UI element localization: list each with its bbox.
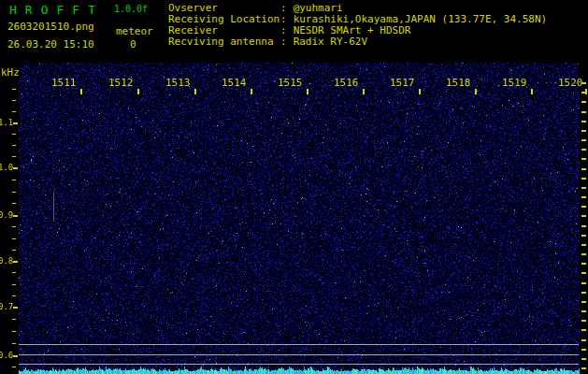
spectrogram-canvas	[19, 63, 580, 374]
time-minute-tick	[251, 89, 252, 94]
freq-minor-tick	[12, 238, 16, 239]
time-minute-tick	[80, 89, 82, 94]
right-freq-tick	[581, 149, 586, 151]
right-freq-tick	[581, 158, 586, 160]
freq-tick-label: 1.1	[0, 118, 13, 127]
time-tick-label: 1512	[108, 77, 134, 89]
right-freq-tick	[581, 301, 586, 303]
freq-minor-tick	[12, 250, 16, 251]
right-freq-tick	[581, 178, 586, 180]
freq-minor-tick	[12, 272, 16, 273]
right-freq-tick	[581, 111, 586, 113]
right-freq-tick	[581, 282, 586, 284]
time-tick-label: 1514	[222, 77, 247, 89]
freq-minor-tick	[12, 319, 16, 320]
right-freq-tick	[581, 187, 586, 189]
info-value: Radix RY-62V	[287, 36, 367, 48]
right-freq-tick	[581, 101, 586, 103]
carrier-gridline	[19, 344, 579, 345]
info-separator: :	[280, 36, 287, 48]
right-freq-tick	[581, 244, 586, 246]
freq-minor-tick	[12, 367, 16, 367]
freq-minor-tick	[12, 284, 16, 285]
freq-minor-tick	[12, 192, 16, 193]
time-minute-tick	[363, 89, 365, 94]
right-freq-tick	[581, 263, 586, 265]
time-minute-tick	[531, 89, 533, 94]
freq-minor-tick	[12, 203, 16, 204]
freq-minor-tick	[12, 100, 16, 101]
freq-tick-label: 0.8	[0, 256, 13, 266]
freq-major-tick	[13, 307, 18, 309]
right-freq-tick	[581, 349, 586, 351]
right-freq-tick	[581, 121, 586, 122]
right-freq-tick	[581, 367, 586, 369]
freq-tick-label: 1.0	[0, 163, 13, 172]
time-tick-label: 1516	[334, 77, 359, 89]
time-tick-label: 1519	[502, 77, 527, 89]
freq-minor-tick	[12, 134, 16, 135]
info-row: Recviving antenna:Radix RY-62V	[168, 36, 547, 48]
freq-minor-tick	[12, 111, 16, 112]
time-minute-tick	[475, 89, 477, 94]
time-tick-label: 1515	[278, 77, 303, 89]
carrier-gridline	[19, 364, 579, 365]
time-tick-label: 1513	[165, 77, 191, 89]
freq-tick-label: 0.6	[0, 351, 13, 360]
time-minute-tick	[419, 89, 421, 94]
freq-minor-tick	[12, 89, 16, 90]
output-filename: 2603201510.png	[7, 21, 94, 33]
right-freq-tick	[581, 130, 586, 132]
right-freq-tick	[581, 329, 586, 331]
time-tick-label: 1520	[558, 77, 583, 89]
time-tick-label: 1517	[390, 77, 415, 89]
right-freq-tick	[581, 168, 586, 170]
freq-major-tick	[13, 215, 18, 217]
info-label: Recviving antenna	[168, 36, 280, 48]
freq-minor-tick	[12, 331, 16, 332]
freq-minor-tick	[12, 145, 16, 146]
freq-major-tick	[13, 355, 18, 357]
right-freq-tick	[581, 206, 586, 208]
freq-minor-tick	[12, 343, 16, 344]
freq-minor-tick	[12, 295, 16, 296]
right-freq-tick	[581, 139, 586, 141]
carrier-gridline	[19, 354, 579, 355]
freq-minor-tick	[12, 180, 16, 180]
app-version: 1.0.0f	[114, 4, 148, 14]
hrofft-window: HROFFT 1.0.0f 2603201510.png meteor 26.0…	[0, 0, 588, 374]
freq-unit-label: kHz	[1, 66, 20, 79]
time-tick-label: 1511	[51, 77, 77, 89]
time-minute-tick	[307, 89, 308, 94]
right-freq-tick	[581, 253, 586, 255]
carrier-artifact	[53, 192, 54, 222]
right-freq-tick	[581, 196, 586, 198]
right-freq-tick	[581, 215, 586, 217]
right-freq-tick	[581, 272, 586, 274]
meteor-count: 0	[130, 38, 136, 50]
right-freq-tick	[581, 82, 586, 84]
right-freq-tick	[581, 235, 586, 237]
right-freq-tick	[581, 320, 586, 322]
time-minute-tick	[137, 89, 139, 94]
freq-major-tick	[13, 167, 18, 169]
station-info: Ovserver:@yuhmariReceiving Location:kura…	[168, 3, 547, 48]
right-freq-tick	[581, 310, 586, 312]
freq-minor-tick	[12, 156, 16, 157]
datetime-label: 26.03.20 15:10	[7, 38, 94, 50]
freq-major-tick	[13, 122, 18, 124]
time-tick-label: 1518	[446, 77, 471, 89]
app-title: HROFFT	[9, 3, 104, 17]
freq-major-tick	[13, 261, 18, 263]
freq-tick-label: 0.9	[0, 210, 13, 220]
freq-tick-label: 0.7	[0, 302, 13, 311]
time-minute-tick	[194, 89, 196, 94]
right-freq-tick	[581, 92, 586, 94]
right-freq-tick	[581, 339, 586, 341]
freq-minor-tick	[12, 226, 16, 227]
meteor-label: meteor	[116, 25, 153, 37]
right-freq-tick	[581, 225, 586, 227]
right-freq-tick	[581, 292, 586, 294]
right-freq-tick	[581, 358, 586, 360]
